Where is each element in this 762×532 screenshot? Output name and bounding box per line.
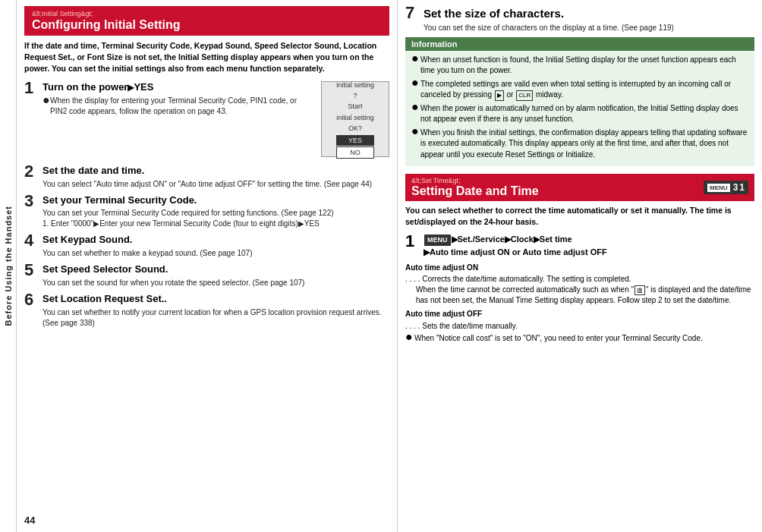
badge-numbers: 3 bbox=[733, 182, 738, 193]
auto-off-title: Auto time adjust OFF bbox=[405, 309, 754, 320]
info-bullet-2: ● The completed settings are valid even … bbox=[411, 79, 748, 101]
step-5-title: Set Speed Selector Sound. bbox=[43, 263, 389, 276]
left-section-header: &lt;Initial Setting&gt; Configuring Init… bbox=[24, 6, 389, 36]
menu-badge: MENU 3 1 bbox=[704, 181, 748, 194]
step-6-content: Set Location Request Set.. You can set w… bbox=[43, 293, 389, 329]
device-screen: Initial setting ? Start initial setting … bbox=[321, 81, 389, 157]
step-6-body: You can set whether to notify your curre… bbox=[43, 307, 389, 329]
auto-on-body: . . . . Corrects the date/time automatic… bbox=[405, 274, 754, 306]
step-7-title: Set the size of characters. bbox=[424, 6, 754, 21]
step-4-number: 4 bbox=[24, 232, 39, 249]
bullet-icon: ● bbox=[411, 77, 419, 89]
info-header: Information bbox=[405, 37, 754, 51]
btn-no: NO bbox=[336, 146, 374, 159]
set-time-step-1-number: 1 bbox=[405, 231, 420, 251]
bullet-icon: ● bbox=[43, 94, 49, 106]
info-bullet-3: ● When the power is automatically turned… bbox=[411, 103, 748, 125]
step-4: 4 Set Keypad Sound. You can set whether … bbox=[24, 234, 389, 259]
step-4-content: Set Keypad Sound. You can set whether to… bbox=[43, 234, 389, 259]
btn-yes: YES bbox=[336, 135, 374, 146]
set-time-title: Setting Date and Time bbox=[411, 184, 539, 198]
step-5-body: You can set the sound for when you rotat… bbox=[43, 278, 389, 288]
info-body: ● When an unset function is found, the I… bbox=[405, 51, 754, 167]
bullet-icon: ● bbox=[411, 52, 419, 65]
bullet-icon: ● bbox=[411, 125, 419, 137]
right-column: 7 Set the size of characters. You can se… bbox=[398, 0, 762, 532]
step-5-content: Set Speed Selector Sound. You can set th… bbox=[43, 263, 389, 288]
left-intro: If the date and time, Terminal Security … bbox=[24, 40, 389, 75]
step-3-title: Set your Terminal Security Code. bbox=[43, 194, 389, 207]
step-3-body: You can set your Terminal Security Code … bbox=[43, 208, 389, 229]
auto-on-sub: When the time cannot be corrected automa… bbox=[405, 285, 754, 306]
step-5-number: 5 bbox=[24, 262, 39, 279]
page-number: 44 bbox=[24, 515, 35, 526]
set-time-step-1-content: MENU▶Set./Service▶Clock▶Set time ▶Auto t… bbox=[424, 233, 754, 259]
step-7-content: Set the size of characters. You can set … bbox=[424, 6, 754, 33]
signal-icon: ▥ bbox=[634, 285, 645, 295]
set-time-header: &lt;Set Time&gt; Setting Date and Time M… bbox=[405, 174, 754, 201]
step-2-number: 2 bbox=[24, 163, 39, 180]
step-7-body: You can set the size of characters on th… bbox=[424, 23, 754, 33]
bullet-icon: ● bbox=[405, 331, 413, 343]
step-3-content: Set your Terminal Security Code. You can… bbox=[43, 194, 389, 230]
step-7-number: 7 bbox=[405, 5, 420, 21]
step-6-number: 6 bbox=[24, 291, 39, 308]
step-3-number: 3 bbox=[24, 193, 39, 209]
auto-on-title: Auto time adjust ON bbox=[405, 263, 754, 274]
vertical-label: Before Using the Handset bbox=[0, 0, 17, 532]
clr-icon: CLR bbox=[516, 90, 533, 101]
step-1-content: Initial setting ? Start initial setting … bbox=[43, 81, 389, 160]
auto-off-bullet: ● When "Notice call cost" is set to "ON"… bbox=[405, 333, 754, 344]
left-column: &lt;Initial Setting&gt; Configuring Init… bbox=[17, 0, 398, 532]
info-bullet-4: ● When you finish the initial settings, … bbox=[411, 127, 748, 161]
step-1-number: 1 bbox=[24, 80, 39, 96]
step-4-title: Set Keypad Sound. bbox=[43, 234, 389, 247]
menu-icon-inline: MENU bbox=[424, 235, 451, 247]
step-3: 3 Set your Terminal Security Code. You c… bbox=[24, 194, 389, 230]
step-2-title: Set the date and time. bbox=[43, 165, 389, 178]
set-time-intro: You can select whether to correct the ti… bbox=[405, 205, 754, 228]
set-time-step-1: 1 MENU▶Set./Service▶Clock▶Set time ▶Auto… bbox=[405, 233, 754, 259]
set-time-sub: &lt;Set Time&gt; bbox=[411, 177, 539, 184]
auto-off-body: . . . . Sets the date/time manually. ● W… bbox=[405, 321, 754, 344]
step-1: 1 Initial setting ? Start initial settin… bbox=[24, 81, 389, 160]
info-bullet-1: ● When an unset function is found, the I… bbox=[411, 55, 748, 77]
menu-icon: MENU bbox=[707, 184, 730, 192]
step-7: 7 Set the size of characters. You can se… bbox=[405, 6, 754, 33]
step-5: 5 Set Speed Selector Sound. You can set … bbox=[24, 263, 389, 288]
screen-text: Initial setting ? Start initial setting … bbox=[336, 80, 374, 134]
step-2-body: You can select "Auto time adjust ON" or … bbox=[43, 179, 389, 190]
auto-on-section: Auto time adjust ON . . . . Corrects the… bbox=[405, 263, 754, 344]
forward-icon: ▶ bbox=[495, 90, 504, 101]
information-box: Information ● When an unset function is … bbox=[405, 37, 754, 167]
badge-numbers-2: 1 bbox=[739, 182, 745, 193]
bullet-icon: ● bbox=[411, 101, 419, 113]
step-2: 2 Set the date and time. You can select … bbox=[24, 165, 389, 190]
left-section-title: Configuring Initial Setting bbox=[32, 18, 382, 32]
set-time-left: &lt;Set Time&gt; Setting Date and Time bbox=[411, 177, 539, 198]
step-6: 6 Set Location Request Set.. You can set… bbox=[24, 293, 389, 329]
left-section-sub: &lt;Initial Setting&gt; bbox=[32, 10, 382, 17]
step-4-body: You can set whether to make a keypad sou… bbox=[43, 248, 389, 259]
step-1-bullet: ● When the display for entering your Ter… bbox=[43, 96, 315, 117]
step-6-title: Set Location Request Set.. bbox=[43, 293, 389, 306]
step-2-content: Set the date and time. You can select "A… bbox=[43, 165, 389, 190]
